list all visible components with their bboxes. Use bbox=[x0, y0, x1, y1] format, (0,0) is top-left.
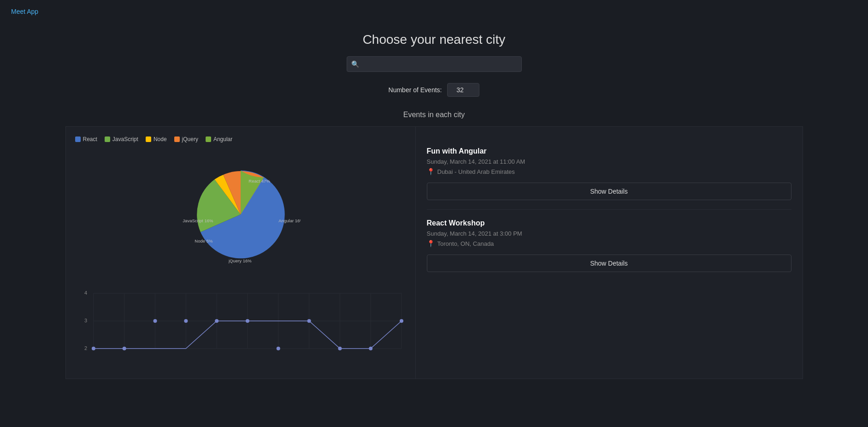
legend-react: React bbox=[75, 136, 97, 142]
legend-label-jquery: jQuery bbox=[182, 136, 198, 142]
legend-dot-javascript bbox=[105, 136, 110, 142]
line-dot-1-5 bbox=[245, 319, 249, 323]
top-nav: Meet App bbox=[0, 0, 868, 23]
line-dot-1-3 bbox=[184, 319, 188, 323]
event-date-0: Sunday, March 14, 2021 at 11:00 AM bbox=[427, 158, 791, 165]
line-dot-1-4 bbox=[215, 319, 218, 323]
legend-label-angular: Angular bbox=[213, 136, 232, 142]
pie-label-javascript: JavaScript 16% bbox=[183, 218, 213, 223]
line-dot-1-9 bbox=[369, 347, 372, 350]
line-dot-1-8 bbox=[338, 347, 342, 350]
pie-chart-svg: React 47% JavaScript 16% Node 5% jQuery … bbox=[181, 154, 301, 274]
event-card-0: Fun with Angular Sunday, March 14, 2021 … bbox=[427, 138, 791, 210]
page-title: Choose your nearest city bbox=[363, 32, 506, 47]
event-location-text-0: Dubai - United Arab Emirates bbox=[437, 168, 515, 175]
line-dot-1-2 bbox=[153, 319, 157, 323]
event-title-1: React Workshop bbox=[427, 219, 791, 227]
event-location-text-1: Toronto, ON, Canada bbox=[437, 240, 494, 247]
line-dot-1-1 bbox=[122, 347, 126, 350]
search-wrapper: 🔍 bbox=[347, 56, 522, 72]
line-dot-1-7 bbox=[307, 319, 311, 323]
content-columns: React JavaScript Node jQuery Angular bbox=[65, 126, 803, 379]
line-dot-1-6 bbox=[276, 347, 280, 350]
location-icon-1: 📍 bbox=[427, 240, 435, 247]
legend-dot-jquery bbox=[174, 136, 180, 142]
chart-legend: React JavaScript Node jQuery Angular bbox=[75, 136, 406, 142]
charts-section-title: Events in each city bbox=[403, 111, 465, 119]
event-date-1: Sunday, March 14, 2021 at 3:00 PM bbox=[427, 230, 791, 237]
event-location-0: 📍 Dubai - United Arab Emirates bbox=[427, 168, 791, 175]
line-chart-container: 4 3 2 bbox=[75, 286, 406, 369]
line-dot-1-10 bbox=[400, 319, 403, 323]
charts-panel: React JavaScript Node jQuery Angular bbox=[65, 126, 416, 379]
legend-node: Node bbox=[146, 136, 167, 142]
legend-jquery: jQuery bbox=[174, 136, 198, 142]
city-search-input[interactable] bbox=[347, 56, 522, 72]
legend-dot-react bbox=[75, 136, 81, 142]
legend-dot-node bbox=[146, 136, 151, 142]
events-number-input[interactable] bbox=[447, 83, 479, 97]
event-title-0: Fun with Angular bbox=[427, 147, 791, 155]
location-icon-0: 📍 bbox=[427, 168, 435, 175]
events-panel: Fun with Angular Sunday, March 14, 2021 … bbox=[416, 126, 803, 379]
y-label-3: 3 bbox=[84, 318, 87, 323]
legend-javascript: JavaScript bbox=[105, 136, 138, 142]
search-icon: 🔍 bbox=[351, 60, 359, 68]
pie-label-node: Node 5% bbox=[195, 238, 213, 243]
pie-label-angular: Angular 16% bbox=[278, 218, 301, 223]
show-details-button-0[interactable]: Show Details bbox=[427, 183, 791, 200]
pie-label-react: React 47% bbox=[248, 178, 270, 184]
events-number-label: Number of Events: bbox=[389, 86, 442, 94]
y-label-4: 4 bbox=[84, 290, 87, 296]
legend-dot-angular bbox=[206, 136, 211, 142]
event-location-1: 📍 Toronto, ON, Canada bbox=[427, 240, 791, 247]
show-details-button-1[interactable]: Show Details bbox=[427, 255, 791, 272]
event-card-1: React Workshop Sunday, March 14, 2021 at… bbox=[427, 210, 791, 281]
app-link[interactable]: Meet App bbox=[11, 8, 38, 15]
y-label-2: 2 bbox=[84, 345, 87, 351]
events-number-row: Number of Events: bbox=[389, 83, 480, 97]
pie-label-jquery: jQuery 16% bbox=[228, 258, 252, 263]
legend-angular: Angular bbox=[206, 136, 232, 142]
legend-label-javascript: JavaScript bbox=[112, 136, 138, 142]
line-chart-svg: 4 3 2 bbox=[75, 286, 406, 360]
legend-label-react: React bbox=[83, 136, 97, 142]
legend-label-node: Node bbox=[154, 136, 167, 142]
pie-chart-container: React 47% JavaScript 16% Node 5% jQuery … bbox=[75, 150, 406, 279]
main-content: Choose your nearest city 🔍 Number of Eve… bbox=[0, 23, 868, 379]
line-dot-1-0 bbox=[91, 347, 95, 350]
